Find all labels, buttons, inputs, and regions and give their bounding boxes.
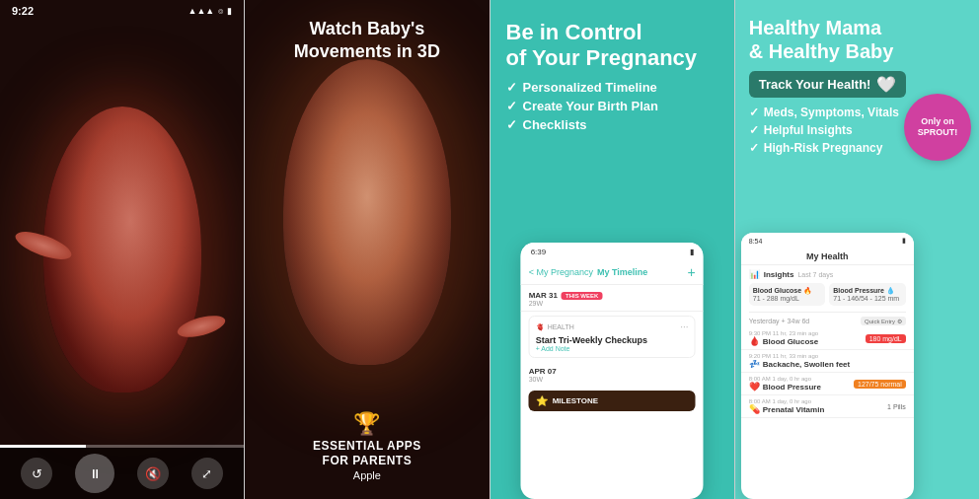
panel-timeline: Be in Control of Your Pregnancy ✓ Person… [490,0,735,499]
health-card-title: Start Tri-Weekly Checkups [536,335,689,345]
timeline-row-2: APR 07 30W [521,362,704,388]
award-source: Apple [245,469,489,481]
glucose-card-val: 71 - 288 mg/dL [753,295,822,302]
award-icon: 🏆 [245,411,489,437]
panel2-title-line2: Movements in 3D [245,40,489,63]
entry-1-icon: 🩸 [749,336,760,346]
battery-icon: ▮ [227,6,232,16]
entry-3-name: Blood Pressure [763,383,821,392]
bp-card-val: 71 - 146/54 - 125 mm [833,295,902,302]
mp4-battery: ▮ [902,237,906,245]
health-menu[interactable]: ··· [680,321,688,332]
fetus-3d-body [283,59,451,365]
restart-button[interactable]: ↺ [21,458,52,489]
check-icon-3: ✓ [506,117,517,132]
panel-health: Healthy Mama & Healthy Baby Track Your H… [735,0,980,499]
entry-4-value: 1 Pills [887,403,906,410]
insights-header: 📊 Insights Last 7 days [741,265,914,281]
entry-1-name: Blood Glucose [763,337,818,346]
insights-sub: Last 7 days [797,271,833,278]
bp-card: Blood Pressure 💧 71 - 146/54 - 125 mm [829,283,906,306]
signal-icon: ▲▲▲ [188,6,215,16]
entry-2-name: Backache, Swollen feet [763,360,850,369]
health-card: 🫀 HEALTH ··· Start Tri-Weekly Checkups +… [529,316,696,358]
week-label-1: 29W [529,300,696,307]
track-text: Track Your Health! [759,77,871,92]
heart-icon: 🤍 [876,75,896,94]
panel3-checklist: ✓ Personalized Timeline ✓ Create Your Bi… [506,80,718,132]
checklist-item-1: ✓ Personalized Timeline [506,80,718,95]
milestone-label: MILESTONE [553,396,599,405]
entry-1-value: 180 mg/dL [866,334,906,343]
week-label-2: 30W [529,376,696,383]
glucose-card: Blood Glucose 🔥 71 - 288 mg/dL [749,283,826,306]
entry-row-3: 8:00 AM 1 day, 0 hr ago ❤️ Blood Pressur… [741,373,914,395]
track-health-label: Track Your Health! 🤍 [749,71,907,98]
entry-row-4: 8:00 AM 1 day, 0 hr ago 💊 Prenatal Vitam… [741,395,914,418]
play-pause-button[interactable]: ⏸ [75,454,114,493]
panel-3d-baby: Watch Baby's Movements in 3D 🏆 ESSENTIAL… [245,0,490,499]
fetus-leg [175,312,227,341]
mp4-section-header: Yesterday + 34w 6d Quick Entry ⚙ [741,315,914,327]
status-icons-1: ▲▲▲ ⌾ ▮ [188,6,233,16]
milestone-card: ⭐ MILESTONE [529,391,696,411]
timeline-date-2: APR 07 [529,367,696,376]
check-icon-1: ✓ [506,80,517,95]
mute-button[interactable]: 🔇 [137,458,169,489]
mp4-time: 8:54 [749,238,763,245]
panel4-headline: Healthy Mama & Healthy Baby [749,16,965,63]
entry-3-value: 127/75 normal [854,380,906,389]
panel3-headline: Be in Control of Your Pregnancy [506,20,718,72]
timeline-date-1: MAR 31 THIS WEEK [529,291,696,300]
section-header-text: Yesterday + 34w 6d [749,318,809,324]
panel-video: 9:22 ▲▲▲ ⌾ ▮ ↺ ⏸ 🔇 ⤢ [0,0,245,499]
mini-phone-mockup: 6:39 ▮ < My Pregnancy My Timeline + MAR … [521,243,704,499]
check4-icon-1: ✓ [749,106,759,119]
entry-row-1: 9:30 PM 11 hr, 23 min ago 🩸 Blood Glucos… [741,327,914,350]
entry-4-name: Prenatal Vitamin [763,405,825,414]
wifi-icon: ⌾ [218,6,223,16]
bar-chart-icon: 📊 [749,269,760,279]
video-controls[interactable]: ↺ ⏸ 🔇 ⤢ [0,448,244,499]
fetus-arm [12,226,74,264]
mp3-statusbar: 6:39 ▮ [521,243,704,260]
health-card-header: 🫀 HEALTH ··· [536,321,689,332]
entry-4-icon: 💊 [749,404,760,414]
insights-label: Insights [764,270,794,279]
entry-row-2: 9:20 PM 11 hr, 33 min ago 💤 Backache, Sw… [741,350,914,373]
mini-phone4-mockup: 8:54 ▮ My Health 📊 Insights Last 7 days … [741,233,914,499]
checklist-item-3: ✓ Checklists [506,117,718,132]
award-text: ESSENTIAL APPSFOR PARENTS [245,439,489,469]
mp3-back[interactable]: < My Pregnancy [529,267,593,277]
milestone-star-icon: ⭐ [536,395,548,406]
mp3-nav: < My Pregnancy My Timeline + [521,260,704,285]
panel3-header: Be in Control of Your Pregnancy ✓ Person… [490,0,734,154]
entry-3-icon: ❤️ [749,382,760,392]
mp4-statusbar: 8:54 ▮ [741,233,914,249]
bp-card-title: Blood Pressure 💧 [833,287,902,295]
fetus-body [43,107,201,392]
entry-2-icon: 💤 [749,359,760,369]
status-time-1: 9:22 [12,5,34,17]
mp4-nav-title: My Health [741,249,914,265]
health-type-label: 🫀 HEALTH [536,323,574,331]
timeline-row-1: MAR 31 THIS WEEK 29W [521,285,704,312]
mp4-divider [749,312,906,313]
status-bar-panel1: 9:22 ▲▲▲ ⌾ ▮ [0,0,244,22]
award-section: 🏆 ESSENTIAL APPSFOR PARENTS Apple [245,411,489,489]
check-icon-2: ✓ [506,99,517,113]
insights-cards-row: Blood Glucose 🔥 71 - 288 mg/dL Blood Pre… [741,281,914,310]
fetus-3d-view [0,0,244,499]
mp3-time: 6:39 [531,248,547,256]
check4-icon-3: ✓ [749,141,759,155]
add-note-btn[interactable]: + Add Note [536,345,689,352]
thisweek-badge: THIS WEEK [562,292,602,300]
mp3-battery: ▮ [690,248,694,256]
panel2-headline: Watch Baby's Movements in 3D [245,18,489,62]
quick-entry-btn[interactable]: Quick Entry ⚙ [861,317,906,325]
glucose-card-title: Blood Glucose 🔥 [753,287,822,295]
mp3-nav-title: My Timeline [597,267,647,277]
mp3-add-btn[interactable]: + [687,264,695,280]
panel2-title-line1: Watch Baby's [245,18,489,40]
fullscreen-button[interactable]: ⤢ [191,458,223,489]
